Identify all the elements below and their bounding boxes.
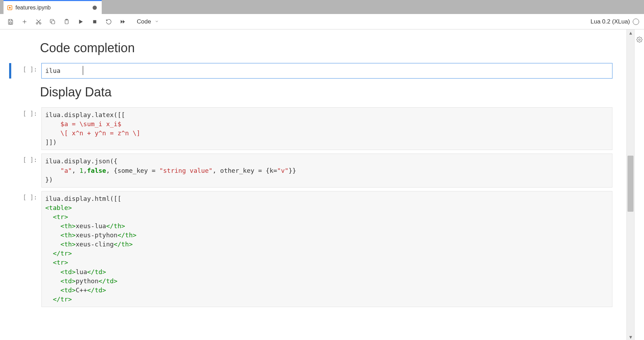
insert-cell-button[interactable] (18, 15, 32, 28)
gear-icon[interactable] (636, 36, 643, 340)
cell-collapser[interactable] (9, 154, 11, 187)
code-text: ilua (45, 67, 60, 74)
cell-collapser[interactable] (9, 191, 11, 307)
code-cell[interactable]: [ ]: ilua.display.json({ "a", 1,false, {… (0, 154, 626, 187)
tab-bar: features.ipynb (0, 0, 644, 14)
cell-prompt: [ ]: (13, 107, 41, 150)
notebook-scroll-wrap: Code completion [ ]: ilua Display Data [… (0, 29, 626, 340)
restart-button[interactable] (102, 15, 116, 28)
svg-point-1 (9, 7, 11, 8)
code-cell[interactable]: [ ]: ilua.display.latex([[ $a = \sum_i x… (0, 107, 626, 150)
tab-title: features.ipynb (15, 5, 51, 11)
cell-prompt: [ ]: (13, 154, 41, 187)
cell-prompt: [ ]: (13, 191, 41, 307)
right-gutter (634, 29, 644, 340)
code-cell[interactable]: [ ]: ilua.display.html([[ <table> <tr> <… (0, 191, 626, 307)
run-button[interactable] (74, 15, 88, 28)
text-cursor-icon (83, 66, 83, 75)
main-area: Code completion [ ]: ilua Display Data [… (0, 29, 644, 340)
heading-code-completion: Code completion (40, 41, 612, 55)
code-editor[interactable]: ilua.display.latex([[ $a = \sum_i x_i$ \… (41, 107, 612, 150)
cell-collapser[interactable] (9, 63, 11, 79)
cell-type-select[interactable]: Code (135, 16, 161, 27)
app-root: features.ipynb (0, 0, 644, 340)
notebook-icon (7, 5, 13, 11)
save-button[interactable] (4, 15, 18, 28)
scroll-up-icon[interactable]: ▴ (627, 29, 634, 36)
kernel-status-icon[interactable] (633, 19, 639, 25)
stop-button[interactable] (88, 15, 102, 28)
cell-prompt: [ ]: (13, 63, 41, 79)
notebook-toolbar: Code Lua 0.2 (XLua) (0, 14, 644, 29)
heading-display-data: Display Data (40, 85, 612, 100)
code-editor[interactable]: ilua.display.html([[ <table> <tr> <th>xe… (41, 191, 612, 307)
markdown-cell[interactable]: Display Data (0, 85, 626, 100)
scrollbar-thumb[interactable] (628, 156, 633, 212)
svg-rect-2 (9, 22, 12, 24)
code-editor[interactable]: ilua (41, 63, 612, 79)
markdown-cell[interactable]: Code completion (0, 41, 626, 55)
dirty-indicator-icon (93, 6, 97, 10)
svg-point-16 (638, 39, 640, 41)
svg-marker-12 (79, 20, 83, 24)
notebook-tab[interactable]: features.ipynb (4, 0, 102, 14)
cell-type-wrap: Code (132, 16, 161, 27)
svg-marker-14 (121, 20, 123, 23)
run-all-button[interactable] (116, 15, 130, 28)
svg-rect-13 (93, 20, 96, 23)
svg-marker-15 (123, 20, 125, 23)
code-cell[interactable]: [ ]: ilua (0, 63, 626, 79)
svg-rect-9 (52, 21, 55, 24)
cell-collapser[interactable] (9, 107, 11, 150)
kernel-name[interactable]: Lua 0.2 (XLua) (591, 18, 630, 25)
vertical-scrollbar[interactable]: ▴ ▾ (626, 29, 634, 340)
scroll-down-icon[interactable]: ▾ (627, 334, 634, 340)
notebook: Code completion [ ]: ilua Display Data [… (0, 29, 626, 340)
copy-button[interactable] (46, 15, 60, 28)
cut-button[interactable] (32, 15, 46, 28)
code-editor[interactable]: ilua.display.json({ "a", 1,false, {some_… (41, 154, 612, 187)
paste-button[interactable] (60, 15, 74, 28)
